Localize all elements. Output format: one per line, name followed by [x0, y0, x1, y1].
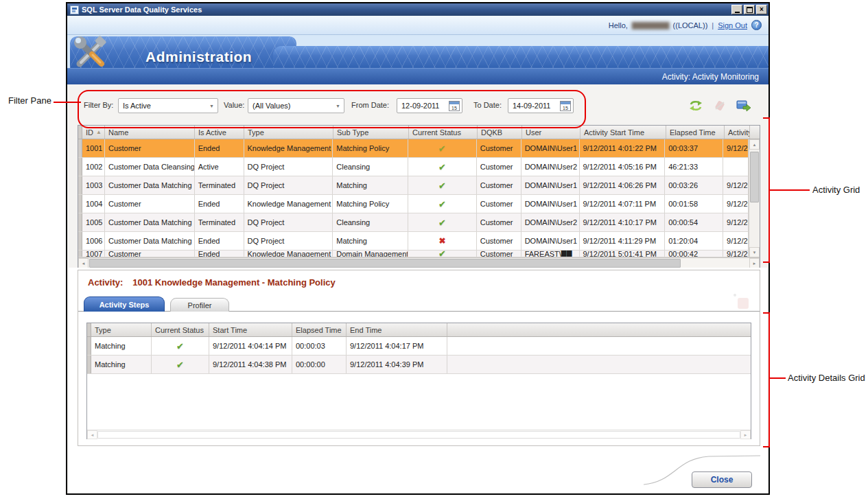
column-header-type[interactable]: Type — [91, 323, 152, 336]
cell: Domain Management — [333, 250, 408, 257]
cell: 9/12/20 — [723, 195, 749, 213]
help-icon[interactable]: ? — [751, 20, 762, 30]
cell: Ended — [195, 250, 244, 257]
column-header-current-status[interactable]: Current Status — [409, 126, 478, 139]
from-date-input[interactable]: 12-09-2011 15 — [397, 98, 462, 113]
table-row[interactable]: Matching✔9/12/2011 4:04:38 PM00:00:009/1… — [87, 356, 751, 374]
cell: 00:00:00 — [292, 356, 347, 373]
cell: 9/12/2011 4:01:22 PM — [580, 139, 666, 157]
sign-out-link[interactable]: Sign Out — [718, 21, 747, 30]
restore-button[interactable] — [744, 5, 755, 14]
column-header-sub-type[interactable]: Sub Type — [333, 126, 409, 139]
cell: 00:00:42 — [665, 250, 723, 257]
close-button[interactable]: Close — [692, 471, 752, 488]
cell: Terminated — [195, 213, 244, 231]
table-row[interactable]: 1002Customer Data CleansingActiveDQ Proj… — [78, 158, 749, 176]
export-icon[interactable] — [736, 100, 751, 112]
cell: 46:21:33 — [665, 158, 723, 176]
cell: 1006 — [82, 232, 105, 250]
column-header-name[interactable]: Name — [105, 126, 195, 139]
column-header-end-time[interactable]: End Time — [347, 323, 447, 336]
column-header-activity-start-time[interactable]: Activity Start Time — [580, 126, 666, 139]
tab-profiler[interactable]: Profiler — [170, 298, 229, 312]
from-date-value: 12-09-2011 — [401, 102, 439, 110]
cell: 9/12/2011 4:07:11 PM — [580, 195, 666, 213]
scroll-up-icon[interactable]: ▲ — [749, 139, 760, 150]
refresh-icon[interactable] — [688, 100, 703, 112]
cell: DQ Project — [244, 176, 333, 194]
cell — [723, 158, 749, 176]
scroll-right-icon[interactable]: ► — [749, 258, 760, 268]
to-date-input[interactable]: 14-09-2011 15 — [508, 98, 574, 113]
details-export-icon-disabled — [738, 298, 749, 309]
table-row[interactable]: 1005Customer Data MatchingTerminatedDQ P… — [78, 213, 749, 232]
status-success-icon: ✔ — [438, 199, 446, 209]
table-row[interactable]: 1006Customer Data MatchingEndedDQ Projec… — [78, 232, 749, 250]
cell: Cleansing — [333, 158, 408, 176]
vertical-scrollbar[interactable]: ▲ ▼ — [749, 139, 760, 257]
header-filler — [750, 126, 760, 139]
cell: 9/12/20 — [723, 139, 749, 157]
activity-grid-rows: ▲ ▼ 1001CustomerEndedKnowledge Managemen… — [78, 139, 760, 257]
cell: 9/12/2011 4:04:14 PM — [209, 337, 292, 355]
column-header-activity[interactable]: Activity — [725, 126, 750, 139]
scroll-left-icon[interactable]: ◄ — [78, 258, 89, 268]
cell: Active — [195, 158, 244, 176]
callout-filter-pane: Filter Pane — [8, 95, 51, 106]
cell: Customer Data Matching — [105, 232, 195, 250]
minimize-button[interactable] — [731, 5, 742, 14]
column-header-start-time[interactable]: Start Time — [209, 323, 292, 336]
details-grid-rows: Matching✔9/12/2011 4:04:14 PM00:00:039/1… — [87, 337, 751, 430]
callout-filter-line — [54, 102, 81, 103]
activity-grid: ID▲NameIs ActiveTypeSub TypeCurrent Stat… — [78, 125, 760, 268]
scroll-right-icon[interactable]: ► — [740, 430, 751, 439]
cell: Customer — [477, 139, 521, 157]
activity-breadcrumb: Activity: Activity Monitoring — [662, 72, 759, 82]
table-row[interactable]: 1003Customer Data MatchingTerminatedDQ P… — [78, 176, 749, 195]
cell: 9/12/2011 4:04:38 PM — [209, 356, 292, 373]
table-row[interactable]: 1004CustomerEndedKnowledge ManagementMat… — [78, 195, 749, 213]
close-window-button[interactable]: × — [756, 5, 767, 14]
table-row[interactable]: 1001CustomerEndedKnowledge ManagementMat… — [78, 139, 749, 158]
calendar-icon[interactable]: 15 — [560, 101, 571, 111]
filter-by-select[interactable]: Is Active ▼ — [118, 98, 218, 113]
value-select[interactable]: (All Values) ▼ — [248, 98, 344, 113]
cell: 9/12/20 — [723, 176, 749, 194]
status-success-icon: ✔ — [438, 218, 446, 228]
column-header-current-status[interactable]: Current Status — [152, 323, 209, 336]
cell: Knowledge Management — [244, 139, 333, 157]
page-title: Administration — [145, 49, 252, 65]
column-header-is-active[interactable]: Is Active — [195, 126, 244, 139]
details-horizontal-scrollbar[interactable]: ◄ ► — [87, 430, 751, 439]
table-row[interactable]: Matching✔9/12/2011 4:04:14 PM00:00:039/1… — [87, 337, 751, 356]
calendar-icon[interactable]: 15 — [449, 101, 460, 111]
column-header-type[interactable]: Type — [244, 126, 333, 139]
scrollbar-thumb[interactable] — [89, 259, 681, 268]
callout-activity-details-grid: Activity Details Grid — [788, 373, 865, 383]
status-success-icon: ✔ — [176, 360, 184, 370]
status-success-icon: ✔ — [438, 180, 446, 191]
column-header-elapsed-time[interactable]: Elapsed Time — [292, 323, 347, 336]
cell: Customer — [477, 213, 521, 231]
tab-activity-steps[interactable]: Activity Steps — [84, 296, 165, 312]
column-header-elapsed-time[interactable]: Elapsed Time — [666, 126, 725, 139]
scroll-down-icon[interactable]: ▼ — [749, 247, 760, 257]
horizontal-scrollbar[interactable]: ◄ ► — [78, 257, 760, 268]
scrollbar-thumb[interactable] — [750, 152, 759, 202]
details-title-label: Activity: — [88, 277, 123, 288]
cell: Knowledge Management — [244, 195, 333, 213]
cell: Matching — [333, 232, 408, 250]
column-header-id[interactable]: ID▲ — [82, 126, 105, 139]
cell-current-status: ✖ — [408, 232, 477, 250]
scroll-left-icon[interactable]: ◄ — [87, 430, 97, 439]
cell: Customer — [477, 176, 521, 194]
scrollbar-thumb[interactable] — [97, 431, 740, 439]
chevron-down-icon: ▼ — [336, 104, 340, 108]
value-label: Value: — [224, 101, 244, 109]
cell: DOMAIN\User2 — [521, 213, 580, 231]
table-row[interactable]: 1007CustomerEndedKnowledge ManagementDom… — [78, 250, 749, 257]
cell-current-status: ✔ — [408, 213, 477, 231]
column-header-user[interactable]: User — [522, 126, 580, 139]
column-header-dqkb[interactable]: DQKB — [478, 126, 522, 139]
cell: 00:00:03 — [292, 337, 347, 355]
